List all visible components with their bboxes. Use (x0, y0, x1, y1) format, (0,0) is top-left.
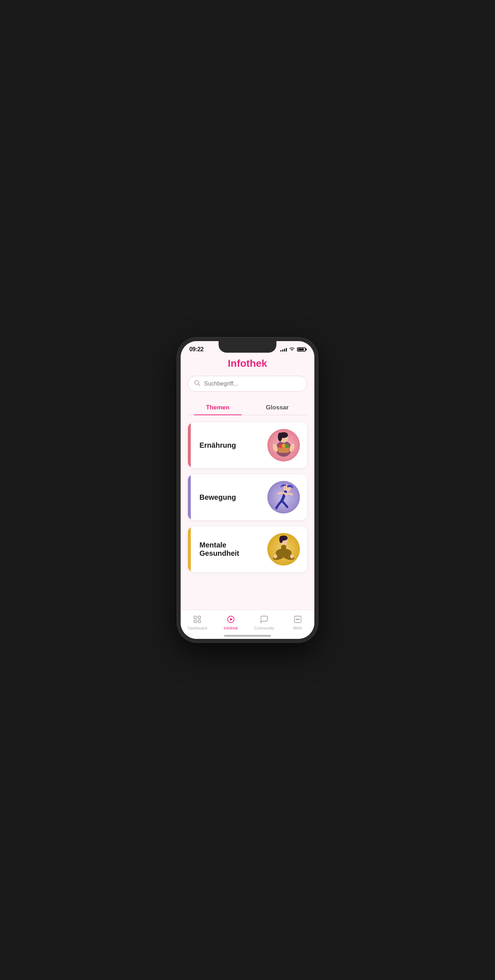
phone-frame: 09:22 (177, 337, 318, 643)
nav-label-community: Community (254, 626, 274, 630)
card-label-bewegung: Bewegung (199, 493, 236, 501)
nav-item-community[interactable]: Community (247, 613, 281, 632)
card-image-mental (267, 533, 300, 566)
svg-rect-25 (198, 620, 201, 623)
svg-rect-17 (281, 545, 286, 553)
card-label-ernaehrung: Ernährung (199, 441, 236, 450)
svg-line-1 (198, 384, 200, 386)
svg-marker-27 (230, 618, 233, 621)
dashboard-icon (192, 614, 202, 624)
svg-point-21 (290, 555, 294, 558)
card-accent-bewegung (188, 474, 191, 520)
main-content: Infothek Themen Glossar (181, 355, 314, 609)
status-time: 09:22 (189, 346, 204, 353)
bottom-nav: Dashboard Infothek Co (181, 609, 314, 639)
svg-point-29 (296, 619, 297, 620)
wifi-icon (289, 347, 295, 352)
signal-bars-icon (280, 347, 287, 352)
community-icon (259, 614, 269, 624)
card-label-mental: Mentale Gesundheit (199, 541, 267, 558)
screen: 09:22 (181, 341, 314, 639)
status-icons (280, 347, 306, 352)
svg-point-7 (279, 444, 282, 448)
svg-rect-23 (198, 616, 201, 619)
nav-label-mehr: Mehr (293, 626, 302, 630)
svg-rect-22 (194, 616, 197, 619)
svg-rect-24 (194, 620, 197, 623)
nav-label-infothek: Infothek (224, 626, 238, 630)
nav-item-dashboard[interactable]: Dashboard (181, 613, 214, 632)
category-card-mental[interactable]: Mentale Gesundheit (188, 527, 307, 572)
nav-item-mehr[interactable]: Mehr (281, 613, 315, 632)
notch (219, 341, 276, 353)
card-accent-mental (188, 527, 191, 572)
nav-item-infothek[interactable]: Infothek (214, 613, 248, 632)
mehr-icon (293, 614, 303, 624)
tab-glossar[interactable]: Glossar (247, 400, 307, 415)
svg-point-30 (298, 619, 298, 620)
page-title: Infothek (188, 358, 307, 369)
search-input[interactable] (204, 380, 301, 387)
svg-point-9 (285, 444, 289, 448)
card-image-ernaehrung (267, 429, 300, 461)
infothek-icon (226, 614, 236, 624)
search-bar[interactable] (188, 376, 307, 392)
tab-themen[interactable]: Themen (188, 400, 247, 415)
tab-bar: Themen Glossar (188, 400, 307, 415)
category-card-ernaehrung[interactable]: Ernährung (188, 422, 307, 468)
svg-point-15 (279, 536, 283, 543)
search-icon (194, 380, 201, 388)
category-card-bewegung[interactable]: Bewegung (188, 474, 307, 520)
card-image-bewegung (267, 481, 300, 514)
card-accent-ernaehrung (188, 422, 191, 468)
svg-point-5 (278, 433, 282, 441)
nav-label-dashboard: Dashboard (188, 626, 207, 630)
svg-point-8 (282, 444, 285, 447)
battery-icon (297, 347, 306, 352)
svg-point-20 (274, 555, 277, 558)
svg-point-31 (298, 619, 299, 620)
home-indicator (224, 635, 271, 637)
